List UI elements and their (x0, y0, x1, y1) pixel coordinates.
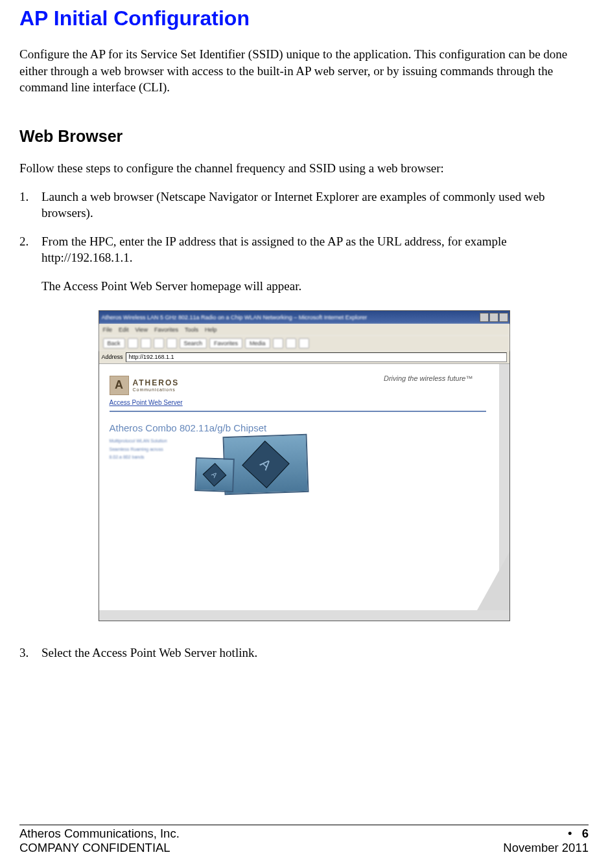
figure-wrapper: Atheros Wireless LAN 5 GHz 802.11a Radio… (19, 310, 589, 621)
menu-favorites[interactable]: Favorites (154, 326, 178, 333)
ie-toolbar: Back Search Favorites Media (99, 336, 509, 351)
step-2-number: 2. (19, 233, 41, 295)
media-button[interactable]: Media (245, 338, 270, 348)
step-3-text: Select the Access Point Web Server hotli… (41, 645, 589, 661)
tagline: Driving the wireless future™ (384, 374, 473, 382)
back-button[interactable]: Back (103, 338, 125, 348)
footer-bullet: • (561, 827, 578, 840)
ap-web-server-link[interactable]: Access Point Web Server (110, 399, 183, 406)
close-icon[interactable] (499, 313, 508, 322)
menu-edit[interactable]: Edit (119, 326, 129, 333)
ie-title-text: Atheros Wireless LAN 5 GHz 802.11a Radio… (102, 314, 368, 321)
ie-window: Atheros Wireless LAN 5 GHz 802.11a Radio… (99, 310, 510, 621)
footer-confidential: COMPANY CONFIDENTIAL (19, 841, 170, 855)
section-lead: Follow these steps to configure the chan… (19, 160, 589, 177)
menu-view[interactable]: View (135, 326, 148, 333)
brand-text: ATHEROS (133, 378, 180, 387)
menu-help[interactable]: Help (205, 326, 217, 333)
step-3-number: 3. (19, 645, 41, 661)
home-icon[interactable] (167, 338, 177, 348)
address-input[interactable]: http://192.168.1.1 (126, 352, 507, 362)
product-card-large: A (222, 434, 309, 495)
menu-file[interactable]: File (103, 326, 113, 333)
feature-list: Multiprotocol WLAN Solution Seamless Roa… (110, 438, 187, 463)
intro-paragraph: Configure the AP for its Service Set Ide… (19, 46, 589, 96)
step-1-number: 1. (19, 188, 41, 222)
page-footer: Atheros Communications, Inc. • 6 COMPANY… (19, 825, 589, 855)
atheros-logo-icon: A (110, 376, 129, 395)
menu-tools[interactable]: Tools (185, 326, 198, 333)
ie-titlebar: Atheros Wireless LAN 5 GHz 802.11a Radio… (99, 311, 509, 324)
step-1: 1. Launch a web browser (Netscape Naviga… (19, 188, 589, 222)
mail-icon[interactable] (286, 338, 296, 348)
step-2: 2. From the HPC, enter the IP address th… (19, 233, 589, 295)
step-1-text: Launch a web browser (Netscape Navigator… (41, 188, 589, 222)
footer-page-number: 6 (582, 827, 589, 840)
atheros-brand: A ATHEROS Communications (110, 376, 180, 395)
section-heading-web-browser: Web Browser (19, 127, 589, 146)
ie-address-bar: Address http://192.168.1.1 (99, 351, 509, 364)
footer-date: November 2011 (503, 841, 589, 855)
footer-rule (19, 825, 589, 825)
brand-subtext: Communications (133, 387, 180, 392)
step-3: 3. Select the Access Point Web Server ho… (19, 645, 589, 661)
page-curl-icon (477, 552, 509, 610)
search-button[interactable]: Search (180, 338, 207, 348)
minimize-icon[interactable] (480, 313, 489, 322)
favorites-button[interactable]: Favorites (209, 338, 242, 348)
feature-item: Seamless Roaming across (110, 446, 187, 453)
ie-content: A ATHEROS Communications Driving the wir… (99, 364, 499, 610)
maximize-icon[interactable] (489, 313, 498, 322)
chip-icon: A (202, 463, 226, 486)
address-label: Address (102, 354, 123, 360)
step-2-subtext: The Access Point Web Server homepage wil… (41, 278, 589, 295)
refresh-icon[interactable] (154, 338, 164, 348)
feature-item: Multiprotocol WLAN Solution (110, 438, 187, 444)
step-2-text: From the HPC, enter the IP address that … (41, 234, 507, 265)
chip-icon: A (242, 440, 289, 488)
stop-icon[interactable] (141, 338, 151, 348)
print-icon[interactable] (299, 338, 309, 348)
chipset-heading: Atheros Combo 802.11a/g/b Chipset (110, 422, 267, 433)
product-card-small: A (194, 457, 235, 492)
footer-company: Atheros Communications, Inc. (19, 827, 180, 841)
history-icon[interactable] (273, 338, 283, 348)
divider (110, 411, 486, 412)
scrollbar-horizontal[interactable] (99, 610, 509, 621)
forward-icon[interactable] (128, 338, 138, 348)
ie-menubar: File Edit View Favorites Tools Help (99, 324, 509, 336)
page-title: AP Initial Configuration (19, 6, 589, 30)
feature-item: 8.02.a 802 bands (110, 454, 187, 461)
